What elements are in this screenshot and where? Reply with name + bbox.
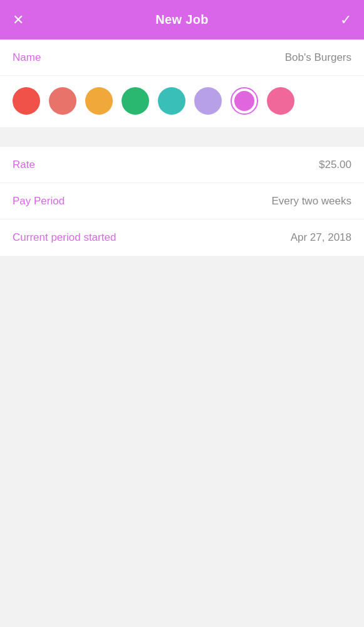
color-lavender[interactable] — [194, 87, 222, 115]
color-green[interactable] — [122, 87, 149, 115]
color-teal[interactable] — [158, 87, 185, 115]
name-value: Bob's Burgers — [285, 51, 351, 64]
color-pink[interactable] — [267, 87, 294, 115]
details-section: Rate $25.00 Pay Period Every two weeks C… — [0, 147, 364, 256]
current-period-label: Current period started — [13, 231, 116, 244]
section-divider — [0, 128, 364, 147]
name-label: Name — [13, 51, 41, 64]
pay-period-value: Every two weeks — [271, 195, 351, 208]
pay-period-row[interactable]: Pay Period Every two weeks — [0, 183, 364, 219]
name-row[interactable]: Name Bob's Burgers — [0, 40, 364, 76]
current-period-row[interactable]: Current period started Apr 27, 2018 — [0, 219, 364, 256]
current-period-value: Apr 27, 2018 — [291, 231, 351, 244]
rate-row[interactable]: Rate $25.00 — [0, 147, 364, 183]
color-magenta[interactable] — [231, 87, 258, 115]
rate-value: $25.00 — [319, 159, 351, 171]
app-header: ✕ New Job ✓ — [0, 0, 364, 40]
pay-period-label: Pay Period — [13, 195, 65, 208]
rate-label: Rate — [13, 159, 35, 171]
bottom-area — [0, 256, 364, 627]
close-button[interactable]: ✕ — [13, 13, 24, 27]
color-orange[interactable] — [85, 87, 113, 115]
color-salmon[interactable] — [49, 87, 76, 115]
color-picker — [0, 76, 364, 128]
color-red[interactable] — [13, 87, 40, 115]
page-title: New Job — [155, 13, 208, 27]
confirm-button[interactable]: ✓ — [340, 12, 351, 28]
name-section: Name Bob's Burgers — [0, 40, 364, 128]
